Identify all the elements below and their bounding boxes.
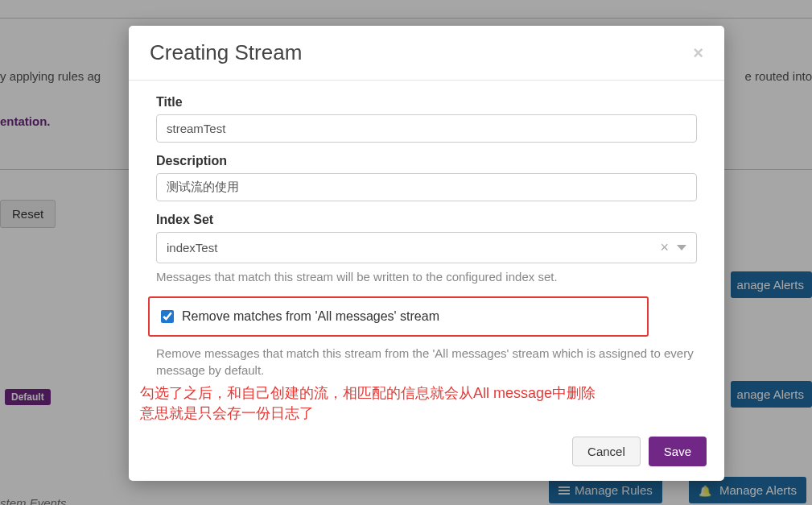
modal-header: Creating Stream × <box>129 26 724 81</box>
remove-help: Remove messages that match this stream f… <box>156 345 697 379</box>
title-input[interactable] <box>156 114 697 143</box>
cancel-button[interactable]: Cancel <box>572 437 641 466</box>
title-label: Title <box>156 95 697 110</box>
indexset-help: Messages that match this stream will be … <box>156 268 697 285</box>
description-input[interactable] <box>156 173 697 201</box>
remove-matches-checkbox[interactable] <box>161 310 174 323</box>
modal-title: Creating Stream <box>150 40 302 65</box>
save-button[interactable]: Save <box>649 437 707 466</box>
chevron-down-icon[interactable] <box>677 245 686 250</box>
close-icon[interactable]: × <box>693 44 703 62</box>
remove-checkbox-highlight: Remove matches from 'All messages' strea… <box>148 296 649 337</box>
create-stream-modal: Creating Stream × Title Description Inde… <box>129 26 724 481</box>
modal-footer: Cancel Save <box>129 428 724 481</box>
indexset-select[interactable]: indexTest × <box>156 232 697 263</box>
description-label: Description <box>156 154 697 168</box>
annotation-text: 勾选了之后，和自己创建的流，相匹配的信息就会从All message中删除 意思… <box>140 383 697 424</box>
modal-body: Title Description Index Set indexTest × … <box>129 81 724 428</box>
indexset-value: indexTest <box>167 241 217 255</box>
clear-select-icon[interactable]: × <box>660 239 669 256</box>
indexset-label: Index Set <box>156 213 697 227</box>
remove-matches-label: Remove matches from 'All messages' strea… <box>182 309 439 324</box>
